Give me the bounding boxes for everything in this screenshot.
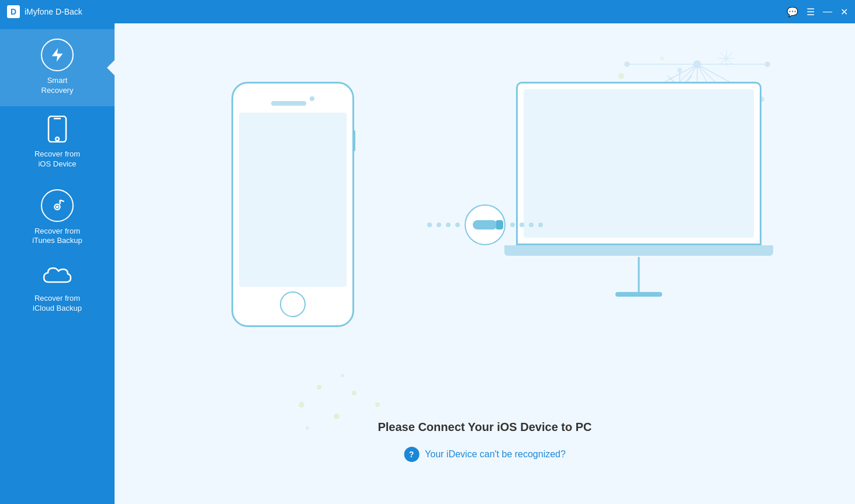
- svg-point-7: [56, 206, 59, 208]
- main-layout: SmartRecovery Recover fromiOS Device: [0, 23, 855, 504]
- chat-icon[interactable]: 💬: [787, 6, 798, 18]
- recognize-row[interactable]: ? Your iDevice can't be recognized?: [404, 447, 566, 462]
- svg-point-34: [317, 385, 321, 390]
- svg-point-52: [765, 62, 770, 67]
- svg-marker-0: [52, 48, 63, 61]
- svg-point-35: [334, 413, 340, 419]
- svg-point-37: [375, 402, 380, 407]
- question-icon: ?: [404, 447, 419, 462]
- svg-point-16: [678, 68, 681, 72]
- recover-icloud-label: Recover fromiCloud Backup: [33, 294, 82, 314]
- itunes-icon: [41, 189, 74, 222]
- laptop-illustration: [516, 82, 773, 256]
- sidebar-item-smart-recovery[interactable]: SmartRecovery: [0, 29, 115, 106]
- lightning-icon: [41, 39, 74, 71]
- titlebar-controls: 💬 ☰ — ✕: [787, 6, 848, 18]
- sidebar: SmartRecovery Recover fromiOS Device: [0, 23, 115, 504]
- svg-point-36: [352, 391, 356, 395]
- sidebar-item-recover-itunes[interactable]: Recover fromiTunes Backup: [0, 180, 115, 257]
- svg-point-22: [618, 73, 624, 79]
- svg-point-58: [694, 61, 701, 68]
- smart-recovery-label: SmartRecovery: [41, 76, 74, 96]
- phone-illustration: [231, 82, 354, 327]
- svg-line-20: [721, 53, 732, 64]
- app-logo: D: [7, 5, 20, 18]
- usb-connector: [427, 204, 543, 245]
- usb-circle: [465, 204, 506, 245]
- recover-itunes-label: Recover fromiTunes Backup: [32, 227, 82, 246]
- svg-point-21: [725, 57, 728, 60]
- phone-icon: [47, 116, 68, 145]
- svg-line-19: [721, 53, 732, 64]
- svg-rect-1: [49, 116, 66, 142]
- titlebar-left: D iMyfone D-Back: [7, 5, 82, 18]
- svg-point-55: [625, 62, 629, 67]
- svg-point-39: [341, 374, 344, 377]
- recover-ios-label: Recover fromiOS Device: [34, 150, 80, 169]
- close-icon[interactable]: ✕: [840, 6, 848, 18]
- menu-icon[interactable]: ☰: [806, 6, 815, 18]
- logo-letter: D: [11, 7, 16, 16]
- cloud-icon: [43, 266, 72, 289]
- recognize-text[interactable]: Your iDevice can't be recognized?: [425, 449, 566, 460]
- app-title: iMyfone D-Back: [25, 7, 82, 16]
- svg-point-33: [299, 402, 304, 408]
- minimize-icon[interactable]: —: [823, 6, 832, 17]
- titlebar: D iMyfone D-Back 💬 ☰ — ✕: [0, 0, 855, 23]
- content-area: Please Connect Your iOS Device to PC ? Y…: [115, 23, 855, 504]
- svg-point-3: [56, 137, 59, 141]
- usb-dots-left: [427, 223, 460, 227]
- usb-plug: [473, 220, 497, 230]
- connect-message: Please Connect Your iOS Device to PC: [378, 420, 591, 434]
- sidebar-item-recover-icloud[interactable]: Recover fromiCloud Backup: [0, 256, 115, 324]
- svg-point-25: [660, 57, 664, 60]
- sidebar-item-recover-ios[interactable]: Recover fromiOS Device: [0, 106, 115, 180]
- usb-dots-right: [510, 223, 543, 227]
- svg-point-38: [306, 426, 309, 430]
